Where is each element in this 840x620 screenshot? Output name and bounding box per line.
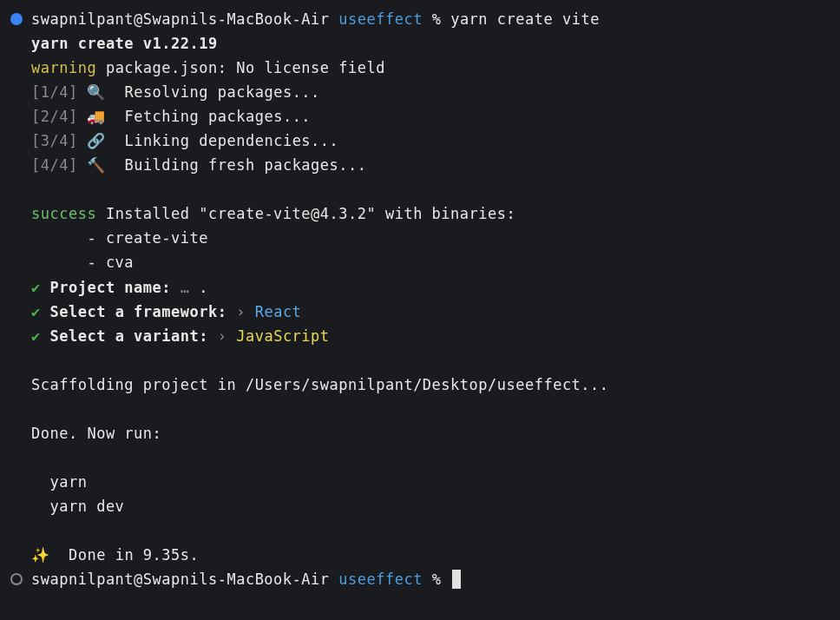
check-icon: ✔ (31, 303, 41, 320)
step-text: Building fresh packages... (106, 156, 367, 174)
prompt-line-idle[interactable]: swapnilpant@Swapnils-MacBook-Air useeffe… (10, 567, 830, 591)
yarn-version-line: yarn create v1.22.19 (10, 31, 830, 56)
question-value: . (190, 279, 208, 296)
step-number: [2/4] (31, 108, 78, 125)
check-icon: ✔ (31, 327, 41, 345)
separator: … (171, 279, 189, 296)
prompt-dir: useeffect (338, 7, 423, 31)
step-text: Linking dependencies... (106, 132, 338, 149)
cmd-suggestion: yarn dev (10, 494, 830, 518)
step-text: Resolving packages... (106, 83, 320, 101)
blank-line (10, 397, 830, 421)
blank-line (10, 518, 830, 543)
step-number: [3/4] (31, 132, 78, 149)
prompt-symbol: % (432, 7, 442, 31)
warning-text: package.json: No license field (96, 59, 385, 76)
step-number: [1/4] (31, 83, 78, 101)
success-line: success Installed "create-vite@4.3.2" wi… (10, 201, 830, 226)
prompt-project-name: ✔ Project name: … . (10, 275, 830, 300)
prompt-line-active: swapnilpant@Swapnils-MacBook-Air useeffe… (10, 7, 830, 31)
hammer-icon: 🔨 (87, 156, 106, 174)
prompt-framework: ✔ Select a framework: › React (10, 300, 830, 324)
magnify-icon: 🔍 (87, 83, 106, 101)
separator: › (226, 303, 245, 320)
link-icon: 🔗 (87, 132, 106, 149)
done-now-run: Done. Now run: (10, 421, 830, 445)
terminal-output[interactable]: swapnilpant@Swapnils-MacBook-Air useeffe… (10, 7, 830, 591)
cursor-icon (452, 570, 461, 589)
done-line: ✨ Done in 9.35s. (10, 543, 830, 567)
blank-line (10, 445, 830, 470)
blank-line (10, 348, 830, 373)
question-label: Select a framework: (41, 303, 227, 320)
prompt-variant: ✔ Select a variant: › JavaScript (10, 324, 830, 348)
done-time-text: Done in 9.35s. (50, 546, 200, 564)
binary-line: - create-vite (10, 226, 830, 250)
truck-icon: 🚚 (87, 108, 106, 125)
question-value: React (246, 303, 301, 320)
scaffold-line: Scaffolding project in /Users/swapnilpan… (10, 373, 830, 397)
question-label: Project name: (41, 279, 171, 296)
question-value: JavaScript (226, 327, 329, 345)
separator: › (208, 327, 226, 345)
cmd-suggestion: yarn (10, 470, 830, 494)
warning-line: warning package.json: No license field (10, 56, 830, 80)
step-4: [4/4] 🔨 Building fresh packages... (10, 153, 830, 177)
check-icon: ✔ (31, 279, 41, 296)
blank-line (10, 177, 830, 201)
question-label: Select a variant: (41, 327, 208, 345)
step-1: [1/4] 🔍 Resolving packages... (10, 80, 830, 104)
prompt-user-host: swapnilpant@Swapnils-MacBook-Air (31, 567, 330, 591)
prompt-dir: useeffect (338, 567, 423, 591)
active-indicator-icon (10, 13, 23, 25)
idle-indicator-icon (10, 573, 23, 585)
typed-command: yarn create vite (450, 7, 600, 31)
warning-label: warning (31, 59, 96, 76)
step-text: Fetching packages... (106, 108, 311, 125)
binary-line: - cva (10, 250, 830, 274)
step-2: [2/4] 🚚 Fetching packages... (10, 104, 830, 129)
success-label: success (31, 205, 96, 222)
step-3: [3/4] 🔗 Linking dependencies... (10, 129, 830, 153)
success-text: Installed "create-vite@4.3.2" with binar… (96, 205, 515, 222)
prompt-user-host: swapnilpant@Swapnils-MacBook-Air (31, 7, 330, 31)
prompt-symbol: % (432, 567, 442, 591)
step-number: [4/4] (31, 156, 78, 174)
sparkle-icon: ✨ (31, 546, 50, 564)
